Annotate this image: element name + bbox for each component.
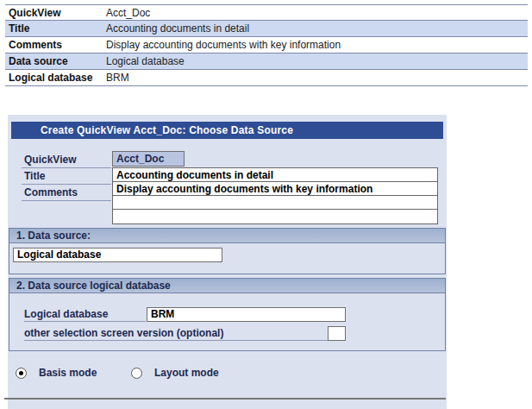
- comments-label: Comments: [22, 185, 111, 201]
- other-version-label: other selection screen version (optional…: [24, 326, 328, 341]
- logical-database-section-header: 2. Data source logical database: [9, 279, 445, 293]
- quickview-label: QuickView: [22, 152, 111, 168]
- basis-mode-label: Basis mode: [39, 367, 97, 379]
- comments-field-extra[interactable]: [113, 210, 437, 223]
- table-row: Title Accounting documents in detail: [5, 21, 528, 37]
- title-comments-grid: Accounting documents in detail Display a…: [112, 167, 438, 224]
- comments-field[interactable]: Display accounting documents with key in…: [113, 182, 437, 196]
- basis-mode-radio[interactable]: Basis mode: [16, 367, 97, 379]
- radio-selected-icon: [16, 368, 27, 379]
- row-value: Logical database: [106, 55, 185, 67]
- row-value: BRM: [106, 72, 129, 84]
- table-row: Data source Logical database: [5, 53, 528, 70]
- row-value: Acct_Doc: [106, 7, 150, 19]
- logical-database-label: Logical database: [24, 307, 146, 322]
- logical-database-section: 2. Data source logical database Logical …: [9, 278, 446, 351]
- data-source-section: 1. Data source: Logical database: [9, 228, 446, 274]
- row-label: QuickView: [5, 7, 106, 19]
- layout-mode-radio[interactable]: Layout mode: [131, 367, 219, 379]
- quickview-name-field[interactable]: Acct_Doc: [112, 151, 185, 167]
- logical-database-input[interactable]: BRM: [147, 307, 346, 322]
- row-label: Comments: [5, 39, 106, 51]
- table-row: Comments Display accounting documents wi…: [5, 37, 528, 53]
- radio-unselected-icon: [131, 368, 142, 379]
- row-label: Data source: [5, 55, 106, 67]
- table-row: QuickView Acct_Doc: [5, 4, 528, 21]
- other-version-input[interactable]: [328, 326, 346, 341]
- layout-mode-label: Layout mode: [154, 367, 219, 379]
- title-field[interactable]: Accounting documents in detail: [113, 168, 437, 182]
- dialog-title-bar: Create QuickView Acct_Doc: Choose Data S…: [11, 122, 443, 139]
- title-label: Title: [22, 168, 111, 185]
- row-label: Logical database: [5, 72, 106, 84]
- row-label: Title: [5, 22, 106, 35]
- table-row: Logical database BRM: [5, 70, 528, 86]
- row-value: Display accounting documents with key in…: [106, 39, 341, 51]
- page: QuickView Acct_Doc Title Accounting docu…: [0, 0, 532, 409]
- row-value: Accounting documents in detail: [106, 22, 249, 35]
- bottom-separator: [4, 398, 446, 400]
- summary-table: QuickView Acct_Doc Title Accounting docu…: [5, 4, 528, 86]
- data-source-select[interactable]: Logical database: [13, 248, 222, 262]
- data-source-section-header: 1. Data source:: [9, 229, 445, 243]
- create-quickview-dialog: Create QuickView Acct_Doc: Choose Data S…: [8, 115, 447, 409]
- comments-field-extra[interactable]: [113, 196, 437, 210]
